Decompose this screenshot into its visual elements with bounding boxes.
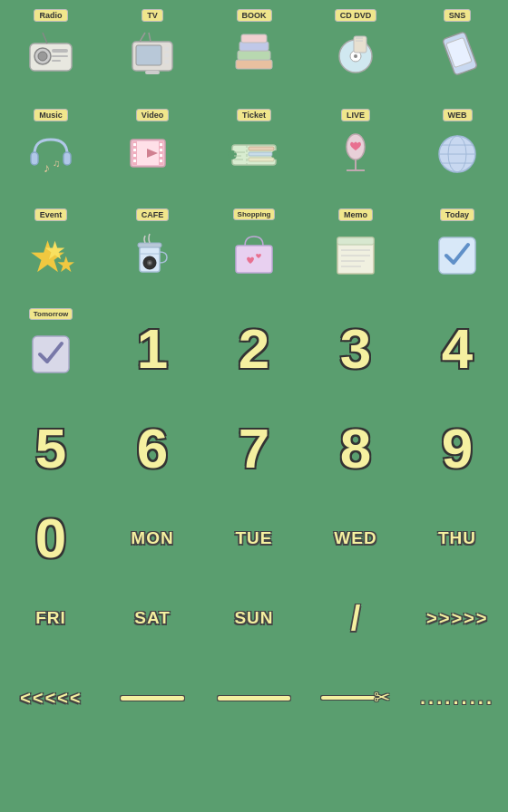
label-live: LIVE	[341, 109, 370, 121]
cell-shopping[interactable]: Shopping	[203, 199, 305, 299]
cell-dots[interactable]: .........	[406, 658, 508, 738]
label-ticket: Ticket	[237, 109, 271, 121]
cell-n9[interactable]: 9	[406, 399, 508, 498]
icon-today	[430, 225, 484, 279]
number-0: 0	[35, 510, 66, 566]
cell-sat[interactable]: SAT	[102, 578, 203, 658]
row-3: Event ★ ★ ★ CAFE	[0, 199, 508, 299]
svg-rect-4	[52, 55, 68, 57]
label-web: WEB	[443, 109, 473, 121]
svg-text:♫: ♫	[53, 158, 60, 169]
cell-today[interactable]: Today	[406, 199, 508, 299]
cell-live[interactable]: LIVE	[305, 100, 406, 199]
cell-n4[interactable]: 4	[406, 299, 508, 399]
label-radio: Radio	[34, 9, 67, 22]
icon-music: ♪ ♫	[24, 125, 78, 179]
cell-scissors[interactable]: ✂	[305, 658, 406, 738]
cell-sun[interactable]: SUN	[203, 578, 305, 658]
cell-book[interactable]: BOOK	[203, 0, 305, 100]
cell-n8[interactable]: 8	[305, 399, 406, 498]
svg-line-14	[149, 33, 151, 42]
label-video: Video	[136, 109, 169, 121]
cell-memo[interactable]: Memo	[305, 199, 406, 299]
symbol-dots: .........	[420, 686, 494, 710]
cell-cd[interactable]: CD DVD	[305, 0, 406, 100]
svg-rect-18	[241, 34, 267, 43]
cell-sns[interactable]: SNS	[406, 0, 508, 100]
svg-rect-41	[160, 149, 162, 151]
svg-text:★: ★	[56, 252, 76, 276]
cell-n2[interactable]: 2	[203, 299, 305, 399]
icon-tomorrow	[24, 324, 78, 378]
day-mon: MON	[131, 528, 173, 548]
icon-video	[125, 125, 180, 179]
cell-n1[interactable]: 1	[102, 299, 203, 399]
svg-rect-51	[249, 147, 274, 150]
cell-mon[interactable]: MON	[102, 498, 203, 578]
label-cd: CD DVD	[335, 9, 377, 22]
cell-web[interactable]: WEB	[406, 100, 508, 199]
svg-rect-52	[249, 152, 272, 156]
row-7: FRI SAT SUN / >>>>>	[0, 578, 508, 658]
cell-video[interactable]: Video	[102, 100, 203, 199]
label-book: BOOK	[237, 9, 272, 22]
icon-live	[328, 125, 383, 179]
number-4: 4	[442, 321, 473, 377]
day-sun: SUN	[234, 608, 273, 628]
cell-n5[interactable]: 5	[0, 399, 102, 498]
cell-ticket[interactable]: Ticket	[203, 100, 305, 199]
cell-arrows-right[interactable]: >>>>>	[406, 578, 508, 658]
label-today: Today	[440, 208, 474, 221]
cell-slash[interactable]: /	[305, 578, 406, 658]
svg-rect-12	[145, 71, 160, 74]
svg-rect-67	[138, 243, 161, 247]
cell-tue[interactable]: TUE	[203, 498, 305, 578]
cell-music[interactable]: Music ♪ ♫	[0, 100, 102, 199]
cell-cafe[interactable]: CAFE	[102, 199, 203, 299]
cell-tomorrow[interactable]: Tomorrow	[0, 299, 102, 399]
svg-rect-37	[133, 149, 136, 151]
cell-thu[interactable]: THU	[406, 498, 508, 578]
symbol-arrows-right: >>>>>	[426, 608, 488, 629]
label-shopping: Shopping	[233, 208, 276, 220]
svg-rect-43	[160, 160, 162, 162]
icon-tv	[125, 25, 180, 80]
cell-arrows-left[interactable]: <<<<<	[0, 658, 102, 738]
cell-line1[interactable]	[102, 658, 203, 738]
svg-rect-53	[249, 158, 274, 161]
svg-rect-42	[160, 154, 162, 157]
main-grid: Radio TV	[0, 0, 508, 812]
svg-point-2	[38, 52, 47, 61]
icon-ticket	[227, 125, 281, 179]
row-2: Music ♪ ♫ Video	[0, 100, 508, 199]
number-2: 2	[239, 321, 269, 377]
cell-n0[interactable]: 0	[0, 498, 102, 578]
label-sns: SNS	[444, 9, 472, 22]
day-sat: SAT	[134, 608, 171, 628]
svg-point-9	[165, 47, 170, 52]
cell-n6[interactable]: 6	[102, 399, 203, 498]
cell-event[interactable]: Event ★ ★ ★	[0, 199, 102, 299]
cell-fri[interactable]: FRI	[0, 578, 102, 658]
svg-rect-5	[52, 60, 61, 62]
svg-rect-22	[354, 36, 366, 53]
cell-n7[interactable]: 7	[203, 399, 305, 498]
row-1: Radio TV	[0, 0, 508, 100]
svg-rect-40	[160, 143, 162, 146]
svg-rect-73	[337, 237, 374, 245]
cell-wed[interactable]: WED	[305, 498, 406, 578]
svg-text:♪: ♪	[44, 160, 50, 175]
cell-radio[interactable]: Radio	[0, 0, 102, 100]
icon-memo	[328, 225, 383, 279]
row-6: 0 MON TUE WED THU	[0, 498, 508, 578]
cell-tv[interactable]: TV	[102, 0, 203, 100]
number-3: 3	[340, 321, 371, 377]
cell-line2[interactable]	[203, 658, 305, 738]
svg-rect-38	[133, 154, 136, 157]
symbol-arrows-left: <<<<<	[20, 688, 82, 709]
cell-n3[interactable]: 3	[305, 299, 406, 399]
svg-line-6	[43, 33, 47, 44]
svg-rect-3	[52, 49, 68, 53]
row-8: <<<<< ✂ .........	[0, 658, 508, 738]
number-5: 5	[35, 420, 66, 477]
